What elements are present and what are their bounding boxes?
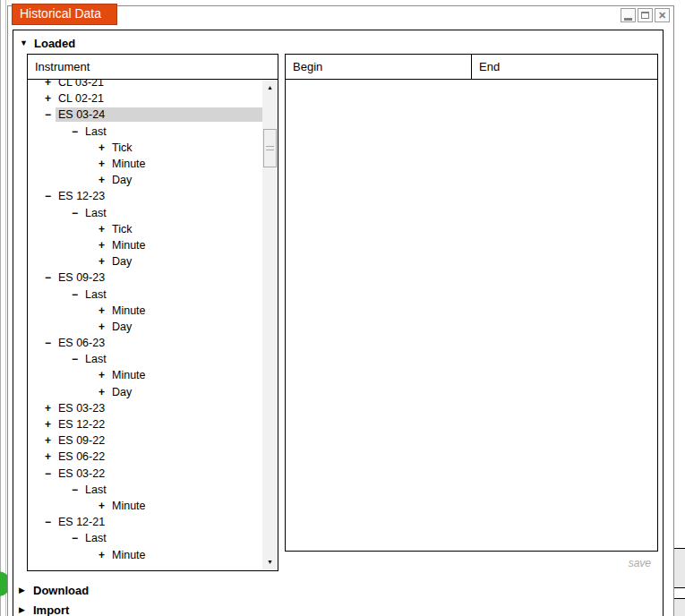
- expand-icon[interactable]: +: [45, 402, 56, 415]
- save-link[interactable]: save: [285, 557, 658, 569]
- collapse-icon[interactable]: −: [45, 516, 56, 528]
- tree-item-es-03-22[interactable]: −ES 03-22: [28, 466, 262, 482]
- tree-item-es-12-22[interactable]: +ES 12-22: [28, 416, 262, 432]
- maximize-button[interactable]: [638, 8, 653, 22]
- tree-item-es-06-22[interactable]: +ES 06-22: [28, 449, 262, 465]
- tree-item-label: Tick: [109, 222, 134, 236]
- window-title-tab[interactable]: Historical Data: [12, 4, 117, 25]
- triangle-right-icon: ▶: [19, 586, 33, 595]
- tree-item-day[interactable]: +Day: [28, 172, 262, 188]
- background-window-right-edge: [674, 0, 685, 616]
- expander-download-label: Download: [33, 584, 89, 597]
- expand-icon[interactable]: +: [98, 386, 109, 398]
- expand-icon[interactable]: +: [98, 500, 109, 512]
- tree-scrollbar[interactable]: ▲ ▼: [262, 80, 278, 569]
- expand-icon[interactable]: +: [45, 434, 56, 447]
- tree-item-last[interactable]: −Last: [28, 124, 262, 140]
- collapse-icon[interactable]: −: [72, 353, 82, 365]
- collapse-icon[interactable]: −: [72, 532, 82, 544]
- scroll-up-button[interactable]: ▲: [262, 80, 278, 95]
- expand-icon[interactable]: +: [98, 223, 109, 235]
- tree-item-day[interactable]: +Day: [28, 384, 262, 400]
- expand-icon[interactable]: +: [98, 239, 109, 252]
- tree-item-es-12-23[interactable]: −ES 12-23: [28, 188, 262, 204]
- end-column-header[interactable]: End: [472, 55, 657, 79]
- expander-download[interactable]: ▶ Download: [19, 582, 89, 598]
- expand-icon[interactable]: +: [98, 549, 109, 561]
- tree-item-last[interactable]: −Last: [28, 351, 262, 367]
- tree-item-minute[interactable]: +Minute: [28, 237, 262, 253]
- tree-item-minute[interactable]: +Minute: [28, 156, 262, 172]
- expand-icon[interactable]: +: [45, 80, 56, 89]
- tree-item-label: ES 03-23: [56, 401, 107, 415]
- close-button[interactable]: ✕: [655, 8, 670, 22]
- content-panel: ▼ Loaded Instrument +CL 03-21+CL 02-21−E…: [13, 30, 664, 616]
- collapse-icon[interactable]: −: [72, 288, 82, 301]
- data-rows-area: [286, 80, 657, 551]
- historical-data-window: Historical Data ✕ ▼ Loaded Instrument +C…: [7, 5, 674, 616]
- tree-item-tick[interactable]: +Tick: [28, 221, 262, 237]
- expand-icon[interactable]: +: [45, 418, 56, 431]
- expand-icon[interactable]: +: [98, 158, 109, 170]
- expander-import-label: Import: [33, 603, 69, 616]
- expand-icon[interactable]: +: [98, 369, 109, 381]
- expander-import[interactable]: ▶ Import: [19, 602, 69, 616]
- collapse-icon[interactable]: −: [45, 190, 56, 202]
- tree-item-minute[interactable]: +Minute: [28, 303, 262, 319]
- tree-item-label: Last: [82, 483, 109, 497]
- collapse-icon[interactable]: −: [72, 483, 82, 496]
- tree-item-day[interactable]: +Day: [28, 253, 262, 270]
- expand-icon[interactable]: +: [45, 450, 56, 463]
- collapse-icon[interactable]: −: [72, 125, 82, 138]
- tree-item-last[interactable]: −Last: [28, 482, 262, 498]
- expand-icon[interactable]: +: [98, 255, 109, 268]
- background-window-left-border: [0, 0, 1, 616]
- tree-item-minute[interactable]: +Minute: [28, 367, 262, 383]
- expand-icon[interactable]: +: [98, 141, 109, 154]
- minimize-button[interactable]: [621, 8, 636, 22]
- collapse-icon[interactable]: −: [45, 337, 56, 349]
- tree-item-es-09-23[interactable]: −ES 09-23: [28, 270, 262, 286]
- scroll-down-button[interactable]: ▼: [262, 554, 278, 569]
- triangle-down-icon: ▼: [20, 38, 34, 47]
- tree-item-cl-03-21[interactable]: +CL 03-21: [28, 80, 262, 90]
- scroll-down-icon: ▼: [267, 559, 273, 565]
- tree-item-minute[interactable]: +Minute: [28, 546, 262, 562]
- tree-item-label: Day: [109, 385, 134, 399]
- tree-item-last[interactable]: −Last: [28, 205, 262, 221]
- tree-item-label: ES 12-22: [56, 417, 107, 432]
- tree-item-es-03-23[interactable]: +ES 03-23: [28, 400, 262, 416]
- expand-icon[interactable]: +: [98, 174, 109, 186]
- tree-item-es-06-23[interactable]: −ES 06-23: [28, 335, 262, 351]
- collapse-icon[interactable]: −: [45, 467, 56, 480]
- tree-item-last[interactable]: −Last: [28, 530, 262, 546]
- tree-item-minute[interactable]: +Minute: [28, 498, 262, 514]
- collapse-icon[interactable]: −: [45, 271, 56, 284]
- tree-item-last[interactable]: −Last: [28, 286, 262, 302]
- tree-item-es-03-24[interactable]: −ES 03-24: [28, 107, 262, 123]
- data-column-headers: Begin End: [286, 55, 657, 80]
- collapse-icon[interactable]: −: [72, 207, 82, 219]
- tree-item-es-12-21[interactable]: −ES 12-21: [28, 514, 262, 530]
- expand-icon[interactable]: +: [98, 304, 109, 317]
- begin-column-header[interactable]: Begin: [286, 55, 472, 79]
- expand-icon[interactable]: +: [98, 321, 109, 333]
- tree-item-es-09-22[interactable]: +ES 09-22: [28, 432, 262, 449]
- tree-item-day[interactable]: +Day: [28, 319, 262, 335]
- tree-item-label: ES 06-23: [56, 336, 107, 350]
- expander-loaded[interactable]: ▼ Loaded: [20, 35, 75, 51]
- tree-item-label: ES 03-22: [56, 466, 107, 481]
- tree-item-label: ES 03-24: [56, 107, 262, 122]
- tree-item-tick[interactable]: +Tick: [28, 140, 262, 156]
- tree-item-label: Day: [109, 173, 134, 187]
- collapse-icon[interactable]: −: [45, 108, 56, 121]
- triangle-right-icon: ▶: [19, 605, 33, 614]
- tree-item-cl-02-21[interactable]: +CL 02-21: [28, 90, 262, 107]
- tree-item-label: Day: [109, 320, 134, 334]
- scrollbar-thumb[interactable]: [263, 129, 277, 167]
- tree-item-label: CL 02-21: [56, 91, 107, 106]
- tree-item-label: Last: [82, 206, 109, 220]
- expand-icon[interactable]: +: [45, 92, 56, 105]
- tree-item-label: Minute: [109, 499, 149, 513]
- scroll-up-icon: ▲: [267, 84, 273, 90]
